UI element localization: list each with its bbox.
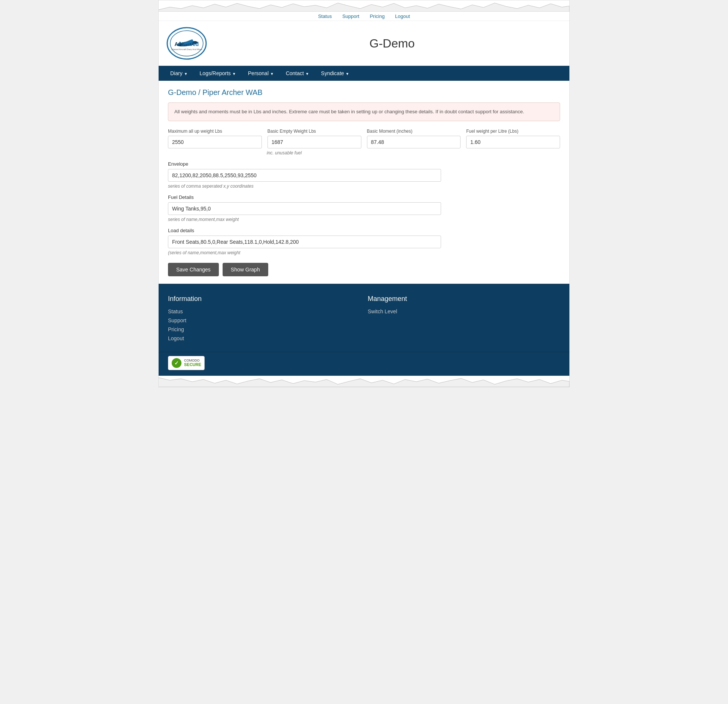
top-nav-pricing[interactable]: Pricing	[370, 13, 385, 19]
footer: Information Status Support Pricing Logou…	[159, 284, 569, 352]
weight-form-row: Maximum all up weight Lbs Basic Empty We…	[168, 129, 560, 148]
footer-switch-level-link[interactable]: Switch Level	[368, 308, 397, 314]
envelope-label: Envelope	[168, 161, 560, 167]
basic-empty-weight-label: Basic Empty Weight Lbs	[267, 129, 361, 134]
main-nav: Diary▼ Logs/Reports▼ Personal▼ Contact▼ …	[159, 66, 569, 81]
logo: AvShared Shared Aircraft Diary And More	[166, 27, 207, 60]
fuel-weight-input[interactable]	[466, 136, 560, 148]
basic-empty-weight-input[interactable]	[267, 136, 361, 148]
envelope-group: Envelope	[168, 161, 560, 182]
footer-badge-area: ✓ COMODO SECURE	[159, 352, 569, 376]
comodo-shield-icon: ✓	[171, 358, 182, 368]
nav-contact[interactable]: Contact▼	[280, 66, 315, 81]
breadcrumb: G-Demo / Piper Archer WAB	[168, 88, 560, 97]
nav-syndicate[interactable]: Syndicate▼	[315, 66, 355, 81]
svg-text:✓: ✓	[174, 360, 179, 366]
basic-moment-group: Basic Moment (inches)	[367, 129, 461, 148]
comodo-badge: ✓ COMODO SECURE	[168, 356, 205, 370]
top-nav-support[interactable]: Support	[342, 13, 360, 19]
footer-logout-link[interactable]: Logout	[168, 335, 184, 341]
save-changes-button[interactable]: Save Changes	[168, 263, 219, 276]
unusable-fuel-note: inc. unusable fuel	[168, 150, 560, 156]
warning-box: All weights and moments must be in Lbs a…	[168, 102, 560, 121]
logo-area: AvShared Shared Aircraft Diary And More	[166, 27, 207, 60]
fuel-details-group: Fuel Details	[168, 194, 560, 215]
footer-grid: Information Status Support Pricing Logou…	[168, 295, 560, 344]
personal-dropdown-arrow: ▼	[270, 72, 274, 76]
footer-management-title: Management	[368, 295, 560, 303]
nav-logs-reports[interactable]: Logs/Reports▼	[194, 66, 242, 81]
diary-dropdown-arrow: ▼	[184, 72, 188, 76]
max-weight-input[interactable]	[168, 136, 262, 148]
top-nav: Status Support Pricing Logout	[159, 12, 569, 21]
logs-dropdown-arrow: ▼	[232, 72, 236, 76]
nav-diary[interactable]: Diary▼	[164, 66, 194, 81]
mountain-bottom-decoration	[159, 376, 569, 387]
svg-text:Shared Aircraft Diary And More: Shared Aircraft Diary And More	[171, 48, 202, 50]
action-buttons: Save Changes Show Graph	[168, 263, 560, 276]
footer-management-links: Switch Level	[368, 308, 560, 314]
contact-dropdown-arrow: ▼	[305, 72, 309, 76]
footer-info-links: Status Support Pricing Logout	[168, 308, 360, 341]
basic-moment-input[interactable]	[367, 136, 461, 148]
footer-pricing-link[interactable]: Pricing	[168, 326, 184, 332]
basic-empty-weight-group: Basic Empty Weight Lbs	[267, 129, 361, 148]
load-details-input[interactable]	[168, 236, 441, 248]
envelope-note: series of comma seperated x,y coordinate…	[168, 184, 560, 189]
max-weight-label: Maximum all up weight Lbs	[168, 129, 262, 134]
envelope-input[interactable]	[168, 169, 441, 182]
top-nav-status[interactable]: Status	[318, 13, 332, 19]
fuel-weight-group: Fuel weight per Litre (Lbs)	[466, 129, 560, 148]
basic-moment-label: Basic Moment (inches)	[367, 129, 461, 134]
fuel-details-note: series of name,moment,max weight	[168, 217, 560, 222]
fuel-weight-label: Fuel weight per Litre (Lbs)	[466, 129, 560, 134]
load-details-label: Load details	[168, 228, 560, 233]
footer-information-title: Information	[168, 295, 360, 303]
syndicate-dropdown-arrow: ▼	[346, 72, 349, 76]
site-title: G-Demo	[222, 37, 562, 50]
load-details-group: Load details	[168, 228, 560, 248]
show-graph-button[interactable]: Show Graph	[223, 263, 268, 276]
fuel-details-input[interactable]	[168, 202, 441, 215]
svg-text:AvShared: AvShared	[175, 41, 199, 47]
max-weight-group: Maximum all up weight Lbs	[168, 129, 262, 148]
load-details-note: (series of name,moment,max weight	[168, 250, 560, 255]
footer-information-section: Information Status Support Pricing Logou…	[168, 295, 360, 344]
top-nav-logout[interactable]: Logout	[395, 13, 410, 19]
fuel-details-label: Fuel Details	[168, 194, 560, 200]
mountain-top-decoration	[159, 0, 569, 12]
nav-personal[interactable]: Personal▼	[242, 66, 280, 81]
footer-support-link[interactable]: Support	[168, 317, 186, 323]
main-content: G-Demo / Piper Archer WAB All weights an…	[159, 81, 569, 284]
comodo-text: COMODO SECURE	[184, 359, 201, 368]
footer-management-section: Management Switch Level	[368, 295, 560, 344]
footer-status-link[interactable]: Status	[168, 308, 183, 314]
header: AvShared Shared Aircraft Diary And More …	[159, 21, 569, 66]
